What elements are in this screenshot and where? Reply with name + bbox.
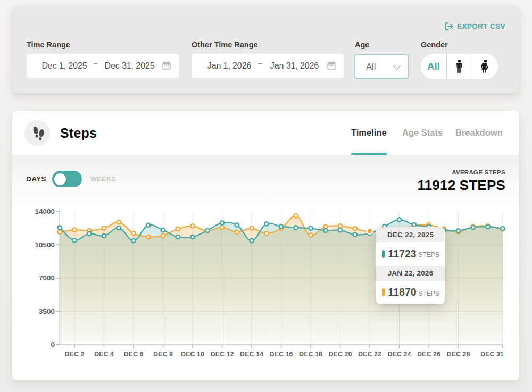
svg-text:DEC 2: DEC 2 bbox=[65, 351, 85, 358]
svg-text:DEC 20: DEC 20 bbox=[329, 351, 352, 358]
svg-text:DEC 16: DEC 16 bbox=[270, 351, 293, 358]
svg-text:DEC 18: DEC 18 bbox=[299, 351, 322, 358]
svg-text:DEC 4: DEC 4 bbox=[94, 351, 114, 358]
svg-text:DEC 22: DEC 22 bbox=[358, 351, 381, 358]
svg-text:DEC 6: DEC 6 bbox=[124, 351, 144, 358]
svg-text:0: 0 bbox=[51, 340, 55, 348]
svg-text:DEC 31: DEC 31 bbox=[480, 351, 504, 358]
svg-text:10500: 10500 bbox=[35, 241, 55, 249]
svg-text:DEC 10: DEC 10 bbox=[181, 351, 204, 358]
svg-text:DEC 8: DEC 8 bbox=[153, 351, 173, 358]
svg-text:7000: 7000 bbox=[39, 274, 55, 282]
svg-text:DEC 28: DEC 28 bbox=[447, 351, 470, 358]
svg-text:DEC 12: DEC 12 bbox=[211, 351, 234, 358]
svg-text:14000: 14000 bbox=[35, 207, 55, 215]
svg-text:DEC 24: DEC 24 bbox=[388, 351, 411, 358]
svg-text:DEC 26: DEC 26 bbox=[417, 351, 440, 358]
svg-text:DEC 14: DEC 14 bbox=[240, 351, 263, 358]
svg-text:3500: 3500 bbox=[39, 307, 55, 315]
